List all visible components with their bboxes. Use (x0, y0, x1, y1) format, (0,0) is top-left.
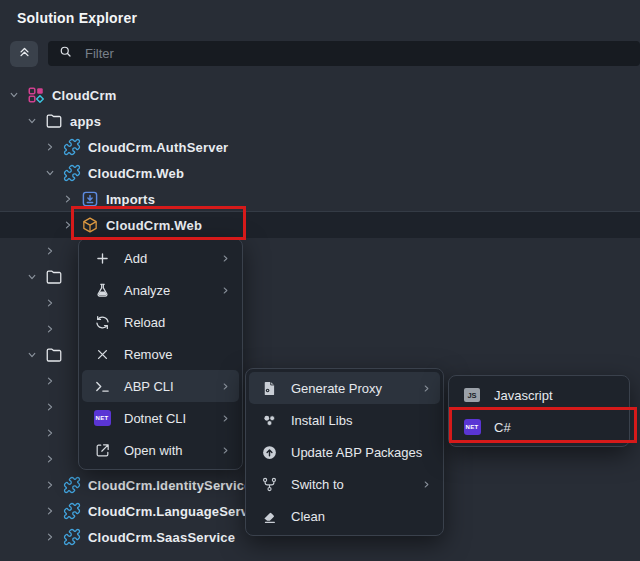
menu-item-abp-cli[interactable]: ABP CLI (82, 370, 239, 402)
module-puzzle-icon (63, 502, 81, 520)
menu-item-remove[interactable]: Remove (82, 338, 239, 370)
arrow-up-circle-icon (260, 443, 278, 461)
filter-box (48, 41, 640, 66)
menu-item-label: Dotnet CLI (124, 411, 219, 426)
eraser-icon (260, 507, 278, 525)
solution-explorer-panel: Solution Explorer CloudCrm apps CloudCrm… (0, 0, 640, 561)
menu-item-label: ABP CLI (124, 379, 219, 394)
tree-row-cloudcrm[interactable]: CloudCrm (0, 82, 640, 108)
tree-row-label: CloudCrm.Web (106, 218, 202, 233)
menu-item-clean[interactable]: Clean (249, 500, 440, 532)
menu-item-add[interactable]: Add (82, 242, 239, 274)
chevron-right-icon (219, 414, 231, 423)
tree-row-label: CloudCrm (52, 88, 116, 103)
chevron-down-icon[interactable] (6, 87, 22, 103)
file-gear-icon (260, 379, 278, 397)
module-puzzle-icon (63, 476, 81, 494)
page-title: Solution Explorer (17, 10, 137, 26)
chevron-right-icon[interactable] (42, 477, 58, 493)
menu-item-reload[interactable]: Reload (82, 306, 239, 338)
dotnet-icon: NET (93, 409, 111, 427)
menu-item-update-abp-packages[interactable]: Update ABP Packages (249, 436, 440, 468)
tree-row-web-module[interactable]: CloudCrm.Web (0, 160, 640, 186)
generate-proxy-submenu: JS Javascript NET C# (448, 375, 630, 447)
imports-icon (81, 190, 99, 208)
chevron-right-icon[interactable] (42, 243, 58, 259)
module-puzzle-icon (63, 164, 81, 182)
chevron-right-icon (219, 382, 231, 391)
tree-row-label: Imports (106, 192, 155, 207)
refresh-icon (93, 313, 111, 331)
collapse-all-icon (17, 45, 32, 64)
menu-item-dotnet-cli[interactable]: NET Dotnet CLI (82, 402, 239, 434)
chevron-right-icon[interactable] (42, 373, 58, 389)
chevron-right-icon (219, 254, 231, 263)
menu-item-label: Switch to (291, 477, 420, 492)
package-icon (81, 216, 99, 234)
chevron-right-icon (219, 446, 231, 455)
menu-item-label: Update ABP Packages (291, 445, 422, 460)
menu-item-switch-to[interactable]: Switch to (249, 468, 440, 500)
tree-row-label: CloudCrm.SaasService (88, 530, 235, 545)
menu-item-label: Analyze (124, 283, 219, 298)
chevron-down-icon[interactable] (24, 113, 40, 129)
abp-cli-submenu: Generate Proxy Install Libs Update ABP P… (245, 368, 444, 536)
chevron-right-icon[interactable] (42, 425, 58, 441)
menu-item-open-with[interactable]: Open with (82, 434, 239, 466)
chevron-right-icon[interactable] (42, 503, 58, 519)
menu-item-csharp[interactable]: NET C# (452, 411, 626, 443)
menu-item-label: Remove (124, 347, 219, 362)
chevron-down-icon[interactable] (42, 165, 58, 181)
collapse-all-button[interactable] (10, 41, 38, 67)
dotnet-icon: NET (463, 418, 481, 436)
search-icon (58, 44, 73, 63)
chevron-down-icon[interactable] (24, 269, 40, 285)
filter-input[interactable] (83, 45, 630, 62)
menu-item-label: C# (494, 420, 606, 435)
chevron-right-icon[interactable] (42, 529, 58, 545)
menu-item-label: Open with (124, 443, 219, 458)
context-menu: Add Analyze Reload Remove ABP CLI NET Do… (78, 238, 243, 470)
chevron-right-icon[interactable] (42, 321, 58, 337)
plus-icon (93, 249, 111, 267)
tree-row-label: CloudCrm.AuthServer (88, 140, 228, 155)
tree-row-authserver[interactable]: CloudCrm.AuthServer (0, 134, 640, 160)
menu-item-javascript[interactable]: JS Javascript (452, 379, 626, 411)
menu-item-label: Clean (291, 509, 420, 524)
menu-item-label: Reload (124, 315, 219, 330)
flask-icon (93, 281, 111, 299)
chevron-right-icon[interactable] (42, 399, 58, 415)
tree-row-label: CloudCrm.Web (88, 166, 184, 181)
folder-icon (45, 268, 63, 286)
chevron-right-icon[interactable] (60, 217, 76, 233)
menu-item-label: Add (124, 251, 219, 266)
chevron-right-icon (420, 480, 432, 489)
folder-icon (45, 112, 63, 130)
chevron-right-icon (420, 384, 432, 393)
menu-item-label: Install Libs (291, 413, 420, 428)
module-puzzle-icon (63, 138, 81, 156)
branch-icon (260, 475, 278, 493)
abp-solution-icon (27, 86, 45, 104)
chevron-right-icon[interactable] (42, 139, 58, 155)
x-icon (93, 345, 111, 363)
chevron-right-icon (219, 286, 231, 295)
menu-item-generate-proxy[interactable]: Generate Proxy (249, 372, 440, 404)
tree-row-label: apps (70, 114, 101, 129)
packages-cluster-icon (260, 411, 278, 429)
chevron-right-icon[interactable] (60, 191, 76, 207)
menu-item-install-libs[interactable]: Install Libs (249, 404, 440, 436)
chevron-down-icon[interactable] (24, 347, 40, 363)
tree-row-apps[interactable]: apps (0, 108, 640, 134)
menu-item-analyze[interactable]: Analyze (82, 274, 239, 306)
tree-row-label: CloudCrm.LanguageService (88, 504, 267, 519)
chevron-right-icon[interactable] (42, 451, 58, 467)
tree-row-web-package-selected[interactable]: CloudCrm.Web (0, 212, 640, 238)
menu-item-label: Generate Proxy (291, 381, 420, 396)
chevron-right-icon[interactable] (42, 295, 58, 311)
javascript-icon: JS (463, 386, 481, 404)
open-external-icon (93, 441, 111, 459)
tree-row-imports[interactable]: Imports (0, 186, 640, 212)
terminal-icon (93, 377, 111, 395)
module-puzzle-icon (63, 528, 81, 546)
